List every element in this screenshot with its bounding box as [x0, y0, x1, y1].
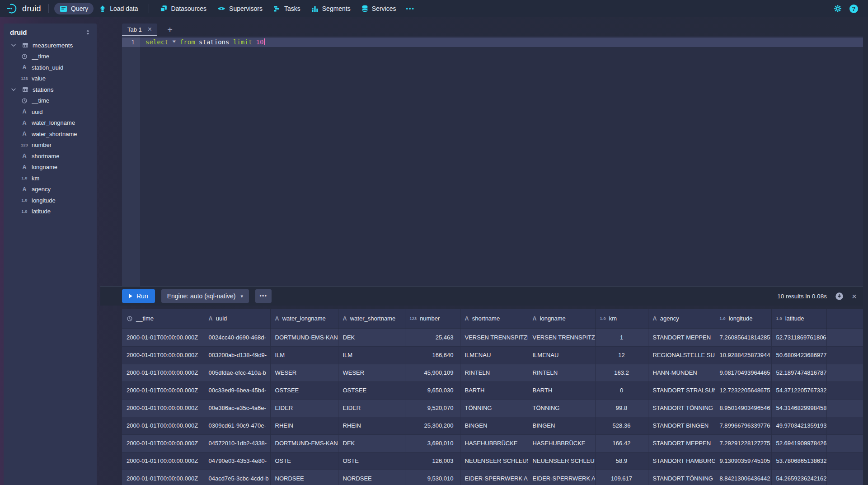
sidebar-item-measurements[interactable]: measurements: [4, 40, 97, 51]
cell[interactable]: ILM: [338, 346, 405, 364]
cell[interactable]: 50.6809423686977: [771, 346, 826, 364]
cell[interactable]: OSTSEE: [270, 381, 338, 399]
cell[interactable]: 9.13090359745105: [715, 452, 771, 470]
cell[interactable]: BINGEN: [460, 417, 528, 434]
sidebar-item-number[interactable]: 123 number: [4, 140, 97, 151]
cell[interactable]: RINTELN: [528, 364, 595, 381]
cell[interactable]: STANDORT STRALSUND: [648, 381, 715, 399]
sql-editor[interactable]: 1 select * from stations limit 10: [122, 36, 863, 286]
nav-item-tasks[interactable]: Tasks: [268, 3, 306, 14]
cell[interactable]: DEK: [338, 329, 405, 346]
nav-item-segments[interactable]: Segments: [306, 3, 356, 14]
sidebar-item-km[interactable]: 1.0 km: [4, 173, 97, 184]
cell[interactable]: EIDER: [338, 399, 405, 417]
cell[interactable]: 005dfdae-efcc-410a-b: [204, 364, 270, 381]
cell[interactable]: 2000-01-01T00:00:00.000Z: [122, 417, 204, 434]
cell[interactable]: 2000-01-01T00:00:00.000Z: [122, 346, 204, 364]
cell[interactable]: 45,900,109: [405, 364, 460, 381]
schema-selector[interactable]: druid: [4, 24, 97, 40]
chevron-down-icon[interactable]: [9, 86, 18, 93]
tab-1[interactable]: Tab 1 ×: [122, 24, 157, 36]
cell[interactable]: WESER: [338, 364, 405, 381]
cell[interactable]: 00c33ed9-6bea-45b4-: [204, 381, 270, 399]
cell[interactable]: 9,650,030: [405, 381, 460, 399]
cell[interactable]: 52.1897474816787: [771, 364, 826, 381]
cell[interactable]: 58.9: [595, 452, 648, 470]
download-icon[interactable]: [835, 292, 844, 301]
cell[interactable]: 04acd7e5-3cbc-4cdd-b: [204, 470, 270, 485]
column-header-number[interactable]: 123number: [405, 309, 460, 329]
cell[interactable]: 166,640: [405, 346, 460, 364]
nav-item-query[interactable]: Query: [54, 3, 94, 14]
cell[interactable]: 528.36: [595, 417, 648, 434]
nav-item-services[interactable]: Services: [356, 3, 402, 14]
cell[interactable]: NORDSEE: [270, 470, 338, 485]
cell[interactable]: 2000-01-01T00:00:00.000Z: [122, 434, 204, 452]
cell[interactable]: 00e386ac-e35c-4a6e-: [204, 399, 270, 417]
cell[interactable]: 25,463: [405, 329, 460, 346]
cell[interactable]: ILMENAU: [528, 346, 595, 364]
cell[interactable]: NEUENSEER SCHLEUSE: [528, 452, 595, 470]
cell[interactable]: OSTE: [338, 452, 405, 470]
cell[interactable]: 0024cc40-d690-468d-: [204, 329, 270, 346]
column-header-water-longname[interactable]: Awater_longname: [270, 309, 338, 329]
cell[interactable]: 52.7311869761806: [771, 329, 826, 346]
tab-close-icon[interactable]: ×: [148, 26, 152, 33]
cell[interactable]: 2000-01-01T00:00:00.000Z: [122, 399, 204, 417]
cell[interactable]: 7.29291228127275: [715, 434, 771, 452]
cell[interactable]: 99.8: [595, 399, 648, 417]
nav-item-datasources[interactable]: Datasources: [155, 3, 212, 14]
sidebar-item-value[interactable]: 123 value: [4, 73, 97, 85]
cell[interactable]: 1: [595, 329, 648, 346]
column-header-longname[interactable]: Alongname: [528, 309, 595, 329]
cell[interactable]: 2000-01-01T00:00:00.000Z: [122, 329, 204, 346]
cell[interactable]: 166.42: [595, 434, 648, 452]
cell[interactable]: BARTH: [460, 381, 528, 399]
cell[interactable]: DORTMUND-EMS-KANAL: [270, 434, 338, 452]
cell[interactable]: VERSEN TRENNSPITZE: [528, 329, 595, 346]
run-button[interactable]: Run: [122, 289, 155, 303]
cell[interactable]: 52.6941909978426: [771, 434, 826, 452]
sidebar-item-station-uuid[interactable]: A station_uuid: [4, 62, 97, 73]
cell[interactable]: 53.7806865138632: [771, 452, 826, 470]
cell[interactable]: DEK: [338, 434, 405, 452]
cell[interactable]: REGIONALSTELLE SUHL: [648, 346, 715, 364]
cell[interactable]: 8.95014903496546: [715, 399, 771, 417]
cell[interactable]: OSTSEE: [338, 381, 405, 399]
sidebar-item-agency[interactable]: A agency: [4, 184, 97, 195]
cell[interactable]: 54.3146829998458: [771, 399, 826, 417]
cell[interactable]: 04790e03-4353-4e80-: [204, 452, 270, 470]
column-header-latitude[interactable]: 1.0latitude: [771, 309, 826, 329]
cell[interactable]: NORDSEE: [338, 470, 405, 485]
cell[interactable]: 54.2659236242162: [771, 470, 826, 485]
cell[interactable]: 04572010-1db2-4338-: [204, 434, 270, 452]
cell[interactable]: 12: [595, 346, 648, 364]
cell[interactable]: 7.89966796339776: [715, 417, 771, 434]
cell[interactable]: 49.9703421359193: [771, 417, 826, 434]
cell[interactable]: STANDORT TÖNNING: [648, 470, 715, 485]
cell[interactable]: 003200ab-d138-49d9-: [204, 346, 270, 364]
column-header-shortname[interactable]: Ashortname: [460, 309, 528, 329]
cell[interactable]: 163.2: [595, 364, 648, 381]
sidebar-item-latitude[interactable]: 1.0 latitude: [4, 206, 97, 217]
cell[interactable]: RHEIN: [270, 417, 338, 434]
cell[interactable]: EIDER-SPERRWERK AP: [460, 470, 528, 485]
cell[interactable]: BARTH: [528, 381, 595, 399]
cell[interactable]: VERSEN TRENNSPITZE: [460, 329, 528, 346]
cell[interactable]: 54.3712205767332: [771, 381, 826, 399]
query-more-button[interactable]: •••: [255, 289, 272, 303]
sidebar-item-time[interactable]: __time: [4, 51, 97, 62]
cell[interactable]: 0: [595, 381, 648, 399]
cell[interactable]: 126,003: [405, 452, 460, 470]
cell[interactable]: NEUENSEER SCHLEUSE: [460, 452, 528, 470]
gear-icon[interactable]: [834, 5, 842, 13]
sidebar-item-water-shortname[interactable]: A water_shortname: [4, 128, 97, 140]
cell[interactable]: STANDORT TÖNNING: [648, 399, 715, 417]
column-header-uuid[interactable]: Auuid: [204, 309, 270, 329]
sidebar-item-longname[interactable]: A longname: [4, 162, 97, 173]
cell[interactable]: OSTE: [270, 452, 338, 470]
column-header-time[interactable]: __time: [122, 309, 204, 329]
cell[interactable]: RINTELN: [460, 364, 528, 381]
nav-item-load-data[interactable]: Load data: [94, 3, 143, 14]
nav-more-button[interactable]: •••: [402, 3, 420, 14]
